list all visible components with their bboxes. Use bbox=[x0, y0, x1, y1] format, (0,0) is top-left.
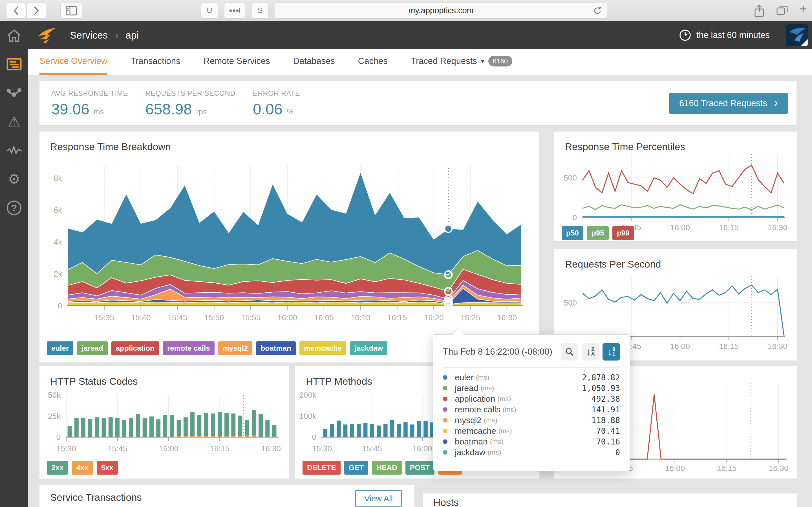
time-range-selector[interactable]: the last 60 minutes bbox=[679, 21, 770, 49]
series-unit: (ms) bbox=[499, 427, 512, 435]
svg-text:16:15: 16:15 bbox=[719, 223, 739, 232]
panel-title: HTTP Status Codes bbox=[50, 376, 138, 387]
new-tab-button[interactable]: + bbox=[799, 1, 807, 16]
browser-chrome: U S my.appoptics.com + bbox=[0, 0, 812, 21]
svg-text:16:30: 16:30 bbox=[768, 223, 788, 232]
svg-text:16:00: 16:00 bbox=[670, 223, 690, 232]
sidebar-item-settings[interactable]: ⚙ bbox=[0, 165, 28, 193]
browser-extension-u-button[interactable]: U bbox=[201, 3, 218, 18]
http-status-codes-chart[interactable]: 50k25k015:3015:4516:0016:1516:30 bbox=[40, 389, 289, 459]
legend-badge-p50[interactable]: p50 bbox=[562, 226, 583, 240]
tooltip-row-mysql2: mysql2(ms)118.88 bbox=[443, 415, 620, 426]
sidebar-item-metrics[interactable] bbox=[0, 136, 28, 165]
chevron-down-icon: ▾ bbox=[481, 57, 485, 65]
sidebar-item-service-map[interactable] bbox=[0, 78, 28, 107]
time-range-label: the last 60 minutes bbox=[696, 30, 770, 40]
browser-forward-button[interactable] bbox=[27, 3, 46, 18]
kpi-requests-per-second: REQUESTS PER SECOND 658.98 rps bbox=[146, 89, 236, 118]
svg-text:16:00: 16:00 bbox=[670, 342, 690, 351]
legend-badge-p99[interactable]: p99 bbox=[612, 226, 634, 240]
kpi-unit: % bbox=[287, 108, 294, 116]
share-icon bbox=[753, 4, 765, 17]
series-value: 118.88 bbox=[592, 416, 620, 425]
legend-badge-5xx[interactable]: 5xx bbox=[97, 461, 118, 474]
pulse-icon bbox=[6, 145, 22, 156]
series-color-dot bbox=[443, 429, 448, 433]
legend-badge-memcache[interactable]: memcache bbox=[299, 341, 346, 355]
legend-badge-mysql2[interactable]: mysql2 bbox=[218, 341, 253, 355]
tab-caches[interactable]: Caches bbox=[358, 49, 388, 75]
view-all-button[interactable]: View All bbox=[355, 490, 402, 507]
legend-badge-remote-calls[interactable]: remote calls bbox=[163, 341, 214, 355]
legend-badge-get[interactable]: GET bbox=[344, 461, 368, 474]
tooltip-sort-alpha-button[interactable]: ↓ZA bbox=[581, 343, 599, 360]
breadcrumb-current: api bbox=[126, 30, 139, 41]
tab-databases[interactable]: Databases bbox=[293, 49, 335, 75]
series-unit: (ms) bbox=[490, 438, 504, 446]
breadcrumb-services[interactable]: Services bbox=[70, 30, 108, 41]
chevron-right-icon bbox=[33, 6, 40, 15]
legend-badge-jackdaw[interactable]: jackdaw bbox=[350, 341, 388, 355]
series-unit: (ms) bbox=[488, 448, 501, 456]
sidebar-item-alerts[interactable]: ⚠ bbox=[0, 107, 28, 136]
legend-badge-delete[interactable]: DELETE bbox=[303, 461, 341, 474]
tooltip-row-jaread: jaread(ms)1,050.93 bbox=[443, 383, 620, 393]
browser-extension-1password-button[interactable] bbox=[224, 3, 245, 18]
address-bar[interactable]: my.appoptics.com bbox=[274, 3, 607, 18]
reload-button[interactable] bbox=[592, 6, 603, 18]
legend-badge-p95[interactable]: p95 bbox=[587, 226, 609, 240]
sort-numeric-icon: ↓91 bbox=[607, 347, 615, 357]
legend-badge-post[interactable]: POST bbox=[405, 461, 435, 474]
legend-badge-euler[interactable]: euler bbox=[47, 341, 73, 355]
tooltip-row-remote-calls: remote calls(ms)141.91 bbox=[443, 404, 620, 415]
tooltip-row-application: application(ms)492.38 bbox=[443, 393, 620, 404]
kpi-label: REQUESTS PER SECOND bbox=[146, 89, 236, 98]
response-time-breakdown-chart[interactable]: 8k6k4k2k015:3515:4015:4515:5015:5516:001… bbox=[40, 157, 539, 332]
password-dots-icon bbox=[229, 8, 240, 13]
tab-service-overview[interactable]: Service Overview bbox=[40, 49, 107, 75]
legend-badge-2xx[interactable]: 2xx bbox=[47, 461, 68, 474]
status-codes-legend: 2xx4xx5xx bbox=[47, 461, 118, 474]
browser-extension-s-button[interactable]: S bbox=[252, 3, 269, 18]
share-button[interactable] bbox=[753, 4, 765, 18]
tab-label: Remote Services bbox=[204, 56, 270, 66]
tab-overview-button[interactable] bbox=[776, 4, 788, 17]
legend-badge-boatman[interactable]: boatman bbox=[256, 341, 296, 355]
tooltip-timestamp: Thu Feb 8 16:22:00 (-08:00) bbox=[443, 347, 552, 357]
tooltip-sort-numeric-button[interactable]: ↓91 bbox=[603, 343, 620, 360]
legend-badge-application[interactable]: application bbox=[111, 341, 159, 355]
browser-back-button[interactable] bbox=[6, 3, 26, 18]
sidebar-item-home[interactable] bbox=[0, 21, 28, 50]
sidebar-item-help[interactable]: ? bbox=[0, 193, 28, 222]
svg-text:8k: 8k bbox=[54, 174, 62, 182]
series-color-dot bbox=[443, 407, 448, 412]
search-icon bbox=[565, 348, 574, 356]
svg-text:6k: 6k bbox=[54, 206, 62, 214]
traced-requests-button[interactable]: 6160 Traced Requests › bbox=[669, 93, 788, 114]
tab-transactions[interactable]: Transactions bbox=[131, 49, 180, 75]
tooltip-series-list: euler(ms)2,878.82jaread(ms)1,050.93appli… bbox=[443, 372, 620, 458]
legend-badge-head[interactable]: HEAD bbox=[372, 461, 402, 474]
response-time-percentiles-chart[interactable]: 500015:4516:0016:1516:30 bbox=[554, 149, 796, 233]
browser-sidebar-toggle-button[interactable] bbox=[60, 3, 82, 18]
tab-remote-services[interactable]: Remote Services bbox=[204, 49, 270, 75]
app-header: Services › api the last 60 minutes bbox=[0, 21, 812, 49]
percentiles-legend: p50p95p99 bbox=[562, 226, 634, 240]
panel-title: Response Time Breakdown bbox=[50, 141, 171, 152]
chevron-left-icon bbox=[13, 6, 19, 15]
svg-text:16:15: 16:15 bbox=[717, 464, 737, 473]
series-color-dot bbox=[443, 386, 448, 390]
sidebar-item-services-active[interactable] bbox=[0, 50, 28, 78]
series-color-dot bbox=[443, 375, 448, 380]
user-avatar[interactable] bbox=[786, 24, 808, 46]
tooltip-divider bbox=[443, 367, 620, 368]
legend-badge-jaread[interactable]: jaread bbox=[77, 341, 108, 355]
tab-traced-requests[interactable]: Traced Requests ▾ 6160 bbox=[411, 49, 512, 75]
tooltip-search-button[interactable] bbox=[561, 343, 578, 360]
svg-text:0: 0 bbox=[572, 213, 577, 222]
solarwinds-logo[interactable] bbox=[37, 27, 56, 44]
tabs-icon bbox=[776, 4, 788, 16]
chart-hover-tooltip: Thu Feb 8 16:22:00 (-08:00) ↓ZA ↓91 eule… bbox=[433, 334, 630, 471]
legend-badge-4xx[interactable]: 4xx bbox=[71, 461, 93, 474]
series-value: 141.91 bbox=[592, 405, 620, 414]
